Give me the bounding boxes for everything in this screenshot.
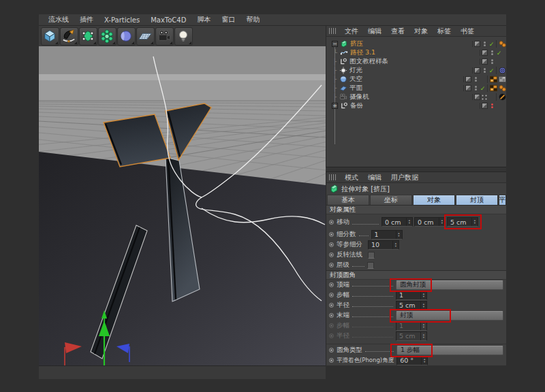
anim-dot-icon[interactable] <box>329 232 334 237</box>
movement-z-field[interactable]: 5 cm ▴▾ <box>447 217 478 227</box>
layer-toggle[interactable] <box>474 41 480 47</box>
radius-field[interactable]: 5 cm ▴▾ <box>396 301 427 310</box>
object-label[interactable]: 路径 3.1 <box>350 48 375 57</box>
spinner-icon[interactable]: ▴▾ <box>471 218 478 226</box>
phong-tag-icon[interactable] <box>499 84 506 92</box>
menu-maxtoc4d[interactable]: MaxToC4D <box>145 16 191 24</box>
panel-grip-icon[interactable] <box>329 28 337 34</box>
om-menu-tags[interactable]: 标签 <box>433 27 456 36</box>
phong-tag-icon[interactable] <box>499 40 506 48</box>
hierarchy-checkbox[interactable] <box>367 262 374 269</box>
menu-pipeline[interactable]: 流水线 <box>43 15 74 24</box>
protection-tag-icon[interactable] <box>499 93 506 101</box>
am-menu-userdata[interactable]: 用户数据 <box>386 173 423 182</box>
object-label[interactable]: 平面 <box>349 84 362 93</box>
environment-button[interactable] <box>117 27 136 46</box>
tab-phong[interactable]: 平 <box>499 195 506 205</box>
flip-normals-checkbox[interactable] <box>368 252 375 259</box>
anim-dot-icon[interactable] <box>329 282 334 287</box>
viewport[interactable] <box>39 46 326 365</box>
visibility-dots[interactable] <box>473 77 478 82</box>
enable-check-icon[interactable]: ✓ <box>487 67 496 74</box>
collapse-icon[interactable]: − <box>332 41 338 47</box>
panel-divider[interactable] <box>326 167 506 172</box>
compositing-tag-icon[interactable] <box>499 76 506 83</box>
camera-button[interactable] <box>155 27 174 46</box>
subdivision-field[interactable]: 1 ▴▾ <box>371 230 403 240</box>
om-menu-edit[interactable]: 编辑 <box>363 27 386 36</box>
object-row-path[interactable]: └ 路径 3.1 ✓ <box>326 48 506 57</box>
anim-dot-icon[interactable] <box>329 252 334 257</box>
object-row-extrude[interactable]: − 挤压 ✓ <box>326 39 506 48</box>
spinner-icon[interactable]: ▴▾ <box>406 218 412 226</box>
anim-dot-icon[interactable] <box>329 358 334 363</box>
menu-window[interactable]: 窗口 <box>216 15 240 24</box>
texture-tag-icon[interactable] <box>490 84 497 92</box>
visibility-dots[interactable] <box>489 103 495 108</box>
anim-dot-icon[interactable] <box>329 293 334 297</box>
fillet-type-dropdown[interactable]: 1 步幅 <box>396 346 503 355</box>
floor-button[interactable] <box>136 27 155 46</box>
menu-script[interactable]: 脚本 <box>191 15 216 24</box>
object-row-camera[interactable]: ├ 摄像机 <box>326 93 506 101</box>
panel-grip-icon[interactable] <box>329 174 337 180</box>
object-label[interactable]: 图文教程样条 <box>349 57 388 66</box>
spinner-icon[interactable]: ▴▾ <box>420 301 426 310</box>
visibility-dots[interactable] <box>473 86 478 91</box>
layer-toggle[interactable] <box>482 50 488 56</box>
object-label[interactable]: 挤压 <box>350 39 363 48</box>
visibility-dots[interactable] <box>489 50 495 55</box>
object-row-plane[interactable]: ├ 平面 ✓ <box>326 84 506 93</box>
phong-angle-field[interactable]: 60 ° ▴▾ <box>396 356 428 365</box>
enable-check-icon[interactable]: ✓ <box>495 50 503 56</box>
spinner-icon[interactable]: ▴▾ <box>396 231 402 239</box>
object-row-tutorial-spline[interactable]: ├ 图文教程样条 <box>326 57 506 66</box>
spline-pen-button[interactable] <box>60 27 78 46</box>
object-row-backup[interactable]: + 备份 <box>326 101 506 110</box>
deformer-button[interactable] <box>98 27 116 46</box>
anim-dot-icon[interactable] <box>329 242 334 247</box>
layer-toggle[interactable] <box>482 103 488 109</box>
object-label[interactable]: 灯光 <box>349 66 362 75</box>
steps-field[interactable]: 1 ▴▾ <box>396 291 427 300</box>
tab-caps[interactable]: 封顶 <box>456 195 498 205</box>
anim-dot-icon[interactable] <box>329 313 334 318</box>
subdivision-button[interactable] <box>79 27 97 46</box>
movement-y-field[interactable]: 0 cm ▴▾ <box>414 217 446 227</box>
om-menu-objects[interactable]: 对象 <box>409 27 433 36</box>
om-menu-file[interactable]: 文件 <box>340 27 363 36</box>
anim-dot-icon[interactable] <box>329 220 334 225</box>
menu-help[interactable]: 帮助 <box>240 15 265 24</box>
om-menu-bookmarks[interactable]: 书签 <box>456 27 479 36</box>
expand-icon[interactable]: + <box>332 103 338 109</box>
menu-plugins[interactable]: 插件 <box>74 15 99 24</box>
layer-toggle[interactable] <box>474 94 480 100</box>
movement-x-field[interactable]: 0 cm ▴▾ <box>382 217 413 227</box>
object-label[interactable]: 天空 <box>349 75 362 84</box>
am-menu-mode[interactable]: 模式 <box>340 173 363 182</box>
object-row-sky[interactable]: ├ 天空 <box>326 75 506 84</box>
tab-basic[interactable]: 基本 <box>327 195 369 205</box>
visibility-dots[interactable] <box>482 68 487 73</box>
menu-xparticles[interactable]: X-Particles <box>99 16 145 24</box>
anim-dot-icon[interactable] <box>329 303 334 308</box>
spinner-icon[interactable]: ▴▾ <box>421 357 427 365</box>
object-row-light[interactable]: ├ 灯光 ✓ <box>326 66 506 75</box>
am-menu-edit[interactable]: 编辑 <box>363 173 386 182</box>
om-menu-view[interactable]: 查看 <box>386 27 409 36</box>
spinner-icon[interactable]: ▴▾ <box>439 218 445 226</box>
visibility-dots[interactable] <box>482 42 487 46</box>
anim-dot-icon[interactable] <box>329 263 334 267</box>
layer-toggle[interactable] <box>465 85 471 91</box>
texture-tag-icon[interactable] <box>490 76 497 83</box>
enable-check-icon[interactable]: ✓ <box>487 41 496 48</box>
tab-object[interactable]: 对象 <box>413 195 455 205</box>
visibility-crosshair[interactable] <box>482 95 487 100</box>
object-label[interactable]: 摄像机 <box>349 93 369 101</box>
cap-start-dropdown[interactable]: 圆角封顶 <box>396 280 503 290</box>
target-tag-icon[interactable] <box>499 67 506 74</box>
add-cube-button[interactable] <box>41 27 59 46</box>
layer-toggle[interactable] <box>474 67 480 74</box>
layer-toggle[interactable] <box>465 76 471 82</box>
light-button[interactable] <box>174 27 193 46</box>
